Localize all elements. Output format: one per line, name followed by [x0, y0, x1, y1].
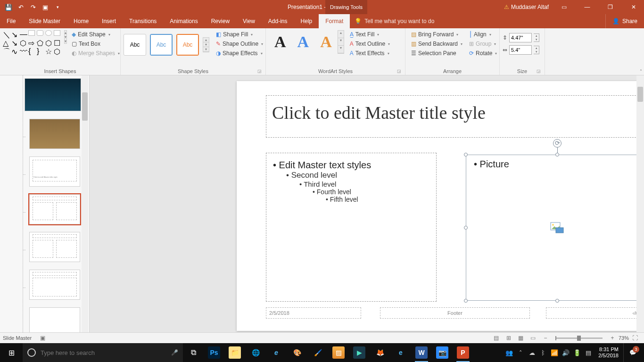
layout-thumb-3-selected[interactable] — [29, 194, 80, 224]
fit-to-window-icon[interactable]: ⛶ — [629, 333, 641, 343]
slide-canvas[interactable]: Click to edit Master title style Edit Ma… — [237, 81, 644, 331]
zoom-level[interactable]: 73% — [619, 335, 629, 341]
close-button[interactable]: ✕ — [623, 0, 644, 14]
taskbar-app-zoom[interactable]: 📷 — [432, 343, 453, 362]
size-launcher[interactable]: ◲ — [537, 69, 541, 74]
canvas-scrollbar[interactable] — [636, 75, 644, 332]
close-master-icon[interactable]: ▣ — [36, 333, 49, 343]
account-name[interactable]: ⚠Muddaser Altaf — [504, 4, 549, 10]
text-box-button[interactable]: ▢Text Box — [70, 40, 122, 48]
tab-home[interactable]: Home — [67, 14, 95, 28]
thumb-scrollbar-thumb[interactable] — [82, 92, 88, 121]
master-thumb[interactable] — [25, 78, 81, 111]
selection-pane-button[interactable]: ☰Selection Pane — [409, 49, 464, 58]
wordart-launcher[interactable]: ◲ — [397, 69, 401, 74]
save-icon[interactable]: 💾 — [4, 2, 13, 12]
rotate-handle[interactable]: ⟳ — [553, 139, 561, 148]
view-normal-icon[interactable]: ▤ — [490, 333, 503, 343]
tab-addins[interactable]: Add-ins — [262, 14, 294, 28]
start-button[interactable]: ⊞ — [0, 343, 23, 362]
tab-transitions[interactable]: Transitions — [123, 14, 163, 28]
taskbar-app-zfill[interactable]: ▨ — [328, 343, 349, 362]
align-button[interactable]: ⎮Align▾ — [467, 30, 499, 39]
tray-wifi-icon[interactable]: 📶 — [549, 343, 560, 362]
zoom-in-button[interactable]: + — [606, 333, 619, 343]
layout-thumb-5[interactable] — [29, 270, 80, 300]
height-input[interactable] — [509, 33, 532, 42]
taskbar-app-edge[interactable]: e — [390, 343, 411, 362]
content-placeholder[interactable]: Edit Master text styles Second level Thi… — [266, 153, 437, 302]
slide-number-placeholder[interactable]: ‹#› — [546, 307, 642, 319]
edit-shape-button[interactable]: ◆Edit Shape▾ — [70, 30, 122, 39]
resize-handle-w[interactable] — [464, 226, 468, 230]
wordart-more[interactable]: ▴▾▾ — [338, 30, 344, 54]
taskbar-search-input[interactable] — [41, 349, 166, 356]
taskbar-clock[interactable]: 8:31 PM 2/5/2018 — [594, 346, 622, 359]
date-placeholder[interactable]: 2/5/2018 — [266, 307, 361, 319]
minimize-button[interactable]: — — [577, 0, 598, 14]
taskbar-app-powerpoint[interactable]: P — [453, 343, 473, 362]
resize-handle-n[interactable] — [555, 153, 559, 156]
width-input[interactable] — [509, 45, 532, 55]
tab-insert[interactable]: Insert — [95, 14, 123, 28]
taskbar-app-krita[interactable]: 🎨 — [287, 343, 307, 362]
taskbar-search[interactable]: 🎤 — [23, 343, 183, 362]
taskbar-app-ie[interactable]: e — [266, 343, 287, 362]
tab-format[interactable]: Format — [319, 14, 350, 28]
layout-thumb-1[interactable] — [29, 119, 80, 149]
send-backward-button[interactable]: ▥Send Backward▾ — [409, 40, 464, 48]
text-fill-button[interactable]: A̲Text Fill▾ — [348, 30, 392, 39]
tab-animations[interactable]: Animations — [163, 14, 204, 28]
view-slideshow-icon[interactable]: ▭ — [527, 333, 539, 343]
tell-me-search[interactable]: 💡 Tell me what you want to do — [350, 14, 439, 28]
tab-file[interactable]: File — [0, 14, 22, 28]
tab-help[interactable]: Help — [294, 14, 319, 28]
footer-placeholder[interactable]: Footer — [380, 307, 530, 319]
resize-handle-s[interactable] — [555, 299, 559, 303]
layout-thumb-4[interactable] — [29, 232, 80, 262]
qat-customize-icon[interactable]: ▾ — [53, 2, 62, 12]
undo-icon[interactable]: ↶ — [16, 2, 25, 12]
wordart-preset-2[interactable]: A — [292, 33, 315, 51]
zoom-slider-thumb[interactable] — [577, 336, 581, 341]
taskbar-app-firefox[interactable]: 🦊 — [370, 343, 390, 362]
canvas-scrollbar-thumb[interactable] — [637, 87, 643, 102]
height-spinner[interactable]: ▴▾ — [534, 33, 539, 42]
taskbar-app-chrome[interactable]: 🌐 — [245, 343, 266, 362]
taskbar-app-word[interactable]: W — [411, 343, 432, 362]
task-view-icon[interactable]: ⧉ — [183, 343, 204, 362]
tab-view[interactable]: View — [236, 14, 262, 28]
collapse-ribbon-icon[interactable]: ˄ — [640, 69, 642, 74]
tray-people-icon[interactable]: 👥 — [504, 343, 514, 362]
taskbar-app-photoshop[interactable]: Ps — [204, 343, 224, 362]
tab-review[interactable]: Review — [205, 14, 236, 28]
tray-language-icon[interactable]: ▤ — [583, 343, 594, 362]
resize-handle-nw[interactable] — [464, 153, 468, 156]
shape-style-preset-3[interactable]: Abc — [176, 34, 199, 56]
view-sorter-icon[interactable]: ⊞ — [503, 333, 515, 343]
redo-icon[interactable]: ↷ — [28, 2, 38, 12]
text-outline-button[interactable]: AText Outline▾ — [348, 40, 392, 48]
shape-style-preset-1[interactable]: Abc — [124, 34, 146, 56]
shape-styles-more[interactable]: ▴▾▾ — [203, 37, 209, 52]
taskbar-app-paint[interactable]: 🖌️ — [307, 343, 328, 362]
picture-icon[interactable] — [550, 222, 564, 233]
tray-battery-icon[interactable]: 🔋 — [572, 343, 582, 362]
text-effects-button[interactable]: AText Effects▾ — [348, 49, 392, 58]
rotate-button[interactable]: ⟳Rotate▾ — [467, 49, 499, 58]
slideshow-icon[interactable]: ▣ — [41, 2, 50, 12]
picture-placeholder-selected[interactable]: ⟳ Picture — [466, 155, 644, 301]
mic-icon[interactable]: 🎤 — [171, 349, 178, 356]
taskbar-app-filmora[interactable]: ▶ — [349, 343, 370, 362]
action-center-icon[interactable]: 💬3 — [623, 343, 642, 362]
ribbon-display-options-icon[interactable]: ▭ — [553, 0, 575, 14]
tray-overflow-icon[interactable]: ˄ — [515, 343, 526, 362]
shape-styles-launcher[interactable]: ◲ — [257, 69, 262, 74]
shapes-gallery-more[interactable]: ▴▾▾ — [64, 30, 67, 44]
wordart-preset-3[interactable]: A — [314, 33, 338, 51]
taskbar-app-explorer[interactable]: 📁 — [224, 343, 245, 362]
shape-fill-button[interactable]: ◧Shape Fill▾ — [214, 30, 265, 39]
layout-thumb-2[interactable]: Click to edit Master title style — [29, 156, 80, 187]
tray-bluetooth-icon[interactable]: ᛒ — [538, 343, 548, 362]
zoom-out-button[interactable]: − — [539, 333, 552, 343]
